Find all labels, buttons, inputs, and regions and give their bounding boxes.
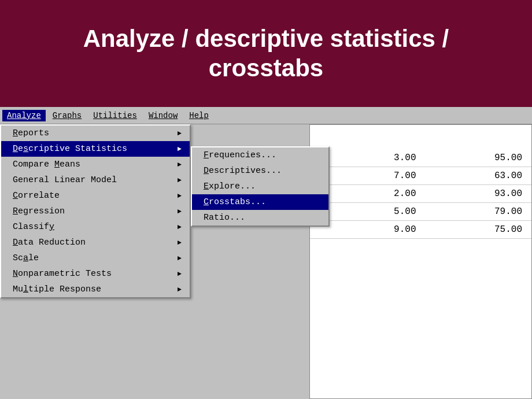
menu-label-correlate: Correlate — [13, 191, 60, 201]
table-cell-col1: 2.00 — [315, 187, 421, 200]
arrow-icon-correlate: ► — [178, 192, 182, 200]
table-row: 7.00 63.00 — [310, 167, 531, 185]
menu-item-data-reduction[interactable]: Data Reduction ► — [1, 235, 190, 250]
menu-item-regression[interactable]: Regression ► — [1, 204, 190, 219]
table-row: 5.00 79.00 — [310, 203, 531, 221]
table-cell-col1: 5.00 — [315, 205, 421, 218]
menu-item-descriptive-statistics[interactable]: Descriptive Statistics ► — [1, 141, 190, 157]
arrow-icon-classify: ► — [178, 223, 182, 231]
title-area: Analyze / descriptive statistics / cross… — [0, 0, 532, 107]
menu-area: Analyze Graphs Utilities Window Help ■ ◑… — [0, 107, 532, 399]
menu-label-scale: Scale — [13, 253, 39, 263]
menu-label-multiple-response: Multiple Response — [13, 285, 101, 294]
menubar-help[interactable]: Help — [184, 110, 213, 121]
data-table: 3.00 95.00 7.00 63.00 2.00 93.00 5.00 79… — [309, 124, 532, 399]
arrow-icon-regression: ► — [178, 208, 182, 216]
table-cell-col2: 79.00 — [421, 205, 527, 218]
dropdown-container: Reports ► Descriptive Statistics ► Compa… — [0, 124, 191, 298]
arrow-icon-scale: ► — [178, 254, 182, 263]
table-cell-col2: 63.00 — [421, 169, 527, 182]
menu-item-multiple-response[interactable]: Multiple Response ► — [1, 282, 190, 297]
title-line2: crosstabs — [209, 54, 323, 82]
table-cell-col2: 95.00 — [421, 152, 527, 164]
table-cell-col2: 75.00 — [421, 223, 527, 236]
menu-item-frequencies[interactable]: Frequencies... — [192, 147, 328, 163]
arrow-icon-general-linear-model: ► — [178, 176, 182, 184]
arrow-icon-compare-means: ► — [178, 161, 182, 169]
menubar-window[interactable]: Window — [144, 110, 182, 121]
menu-item-descriptives[interactable]: Descriptives... — [192, 163, 328, 179]
table-cell-col1: 3.00 — [315, 152, 421, 164]
arrow-icon-reports: ► — [178, 130, 182, 138]
menu-label-descriptives: Descriptives... — [204, 166, 282, 176]
menu-item-correlate[interactable]: Correlate ► — [1, 188, 190, 204]
arrow-icon-descriptive: ► — [178, 145, 182, 153]
menu-label-frequencies: Frequencies... — [204, 150, 276, 160]
menu-item-classify[interactable]: Classify ► — [1, 219, 190, 235]
menu-label-reports: Reports — [13, 128, 49, 138]
arrow-icon-data-reduction: ► — [178, 239, 182, 247]
menu-item-reports[interactable]: Reports ► — [1, 125, 190, 141]
menu-item-compare-means[interactable]: Compare Means ► — [1, 157, 190, 172]
menu-label-data-reduction: Data Reduction — [13, 238, 86, 247]
menu-label-descriptive-statistics: Descriptive Statistics — [13, 144, 127, 154]
arrow-icon-multiple-response: ► — [178, 286, 182, 294]
menubar-utilities[interactable]: Utilities — [88, 110, 142, 121]
menu-label-crosstabs: Crosstabs... — [204, 197, 266, 207]
menu-label-general-linear-model: General Linear Model — [13, 175, 117, 185]
menu-label-regression: Regression — [13, 206, 65, 216]
menubar-analyze[interactable]: Analyze — [2, 110, 46, 121]
page-title: Analyze / descriptive statistics / cross… — [83, 24, 449, 83]
menu-item-nonparametric-tests[interactable]: Nonparametric Tests ► — [1, 266, 190, 282]
title-line1: Analyze / descriptive statistics / — [83, 25, 449, 52]
desc-stats-submenu: Frequencies... Descriptives... Explore..… — [191, 146, 330, 227]
menu-label-classify: Classify — [13, 222, 54, 232]
table-row: 9.00 75.00 — [310, 221, 531, 239]
arrow-icon-nonparametric: ► — [178, 270, 182, 278]
table-cell-col1: 9.00 — [315, 223, 421, 236]
top-menubar: Analyze Graphs Utilities Window Help — [0, 107, 532, 124]
menu-label-compare-means: Compare Means — [13, 160, 80, 169]
table-cell-col1: 7.00 — [315, 169, 421, 182]
menu-label-nonparametric-tests: Nonparametric Tests — [13, 269, 112, 279]
analyze-dropdown: Reports ► Descriptive Statistics ► Compa… — [0, 124, 191, 298]
menu-label-ratio: Ratio... — [204, 213, 245, 223]
table-row: 2.00 93.00 — [310, 185, 531, 203]
menu-item-explore[interactable]: Explore... — [192, 179, 328, 194]
table-cell-col2: 93.00 — [421, 187, 527, 200]
table-row: 3.00 95.00 — [310, 149, 531, 167]
menubar-graphs[interactable]: Graphs — [48, 110, 86, 121]
menu-item-general-linear-model[interactable]: General Linear Model ► — [1, 172, 190, 188]
menu-label-explore: Explore... — [204, 182, 256, 191]
menu-item-ratio[interactable]: Ratio... — [192, 210, 328, 226]
menu-item-crosstabs[interactable]: Crosstabs... — [192, 194, 328, 210]
menu-item-scale[interactable]: Scale ► — [1, 250, 190, 266]
